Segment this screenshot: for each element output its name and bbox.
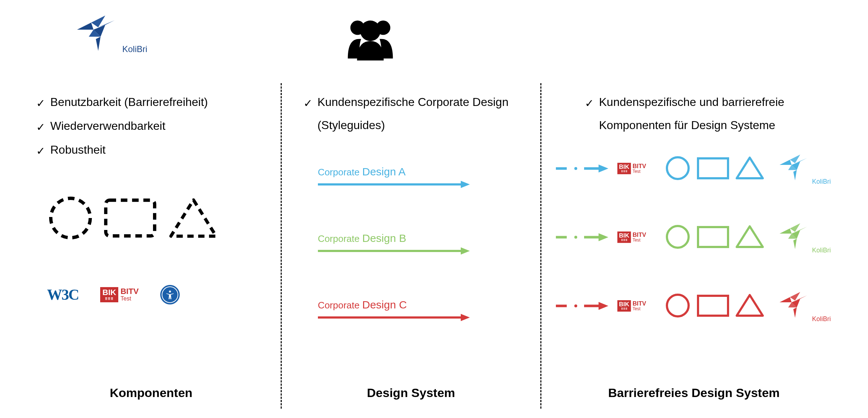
colored-shapes: [664, 292, 765, 319]
column-header: KoliBri: [36, 11, 266, 76]
svg-marker-22: [599, 165, 608, 172]
check-icon: ✓: [36, 114, 45, 138]
kolibri-bird-icon: [776, 289, 810, 323]
svg-marker-51: [737, 295, 763, 316]
bullet-text: Kundenspezifische Corporate Design (Styl…: [318, 90, 526, 137]
circle-icon: [664, 292, 692, 319]
dashed-shapes: [36, 195, 266, 242]
svg-point-12: [360, 21, 380, 41]
dashed-circle-icon: [47, 195, 94, 242]
check-icon: ✓: [36, 138, 45, 162]
column-title: Komponenten: [22, 386, 281, 404]
square-icon: [696, 292, 730, 319]
dash-dot-arrow-icon: [556, 163, 610, 174]
column-header: [556, 11, 832, 76]
bik-bitv-logo: BIK⠿⠿⠿ BITVTest: [617, 231, 647, 243]
result-row: BIK⠿⠿⠿ BITVTest KoliBri: [556, 151, 832, 185]
column-design-system: ✓ Kundenspezifische Corporate Design (St…: [282, 11, 541, 404]
svg-rect-50: [698, 296, 728, 316]
svg-marker-38: [737, 226, 763, 247]
bullet-list: ✓ Kundenspezifische und barrierefreie Ko…: [556, 76, 832, 137]
bik-bitv-logo: BIK ⠿⠿⠿ BITV Test: [100, 287, 139, 302]
kolibri-bird-icon: [776, 151, 810, 185]
column-title: Design System: [282, 386, 541, 404]
svg-point-33: [574, 236, 577, 239]
dashed-square-icon: [101, 195, 159, 242]
kolibri-logo-small: KoliBri: [776, 151, 831, 185]
svg-marker-4: [96, 37, 101, 51]
bitv-test-text: Test: [120, 295, 139, 302]
people-group-icon: [340, 11, 401, 65]
design-prefix: Corporate: [318, 300, 362, 311]
arrow-icon: [318, 180, 470, 189]
design-prefix: Corporate: [318, 233, 362, 244]
design-prefix: Corporate: [318, 167, 362, 178]
bullet-list: ✓ Kundenspezifische Corporate Design (St…: [296, 76, 526, 137]
svg-point-6: [51, 198, 90, 238]
svg-point-49: [667, 295, 689, 316]
design-label: Design C: [362, 299, 407, 311]
kolibri-logo: KoliBri: [72, 11, 147, 58]
design-row-a: Corporate Design A: [318, 166, 526, 189]
bullet-item: ✓ Kundenspezifische Corporate Design (St…: [303, 90, 526, 137]
kolibri-brand-text: KoliBri: [812, 178, 831, 185]
accessibility-icon: [160, 285, 180, 304]
bullet-item: ✓ Benutzbarkeit (Barrierefreiheit): [36, 90, 266, 114]
kolibri-logo-small: KoliBri: [776, 289, 831, 323]
square-icon: [696, 223, 730, 251]
diagram-container: KoliBri ✓ Benutzbarkeit (Barrierefreihei…: [0, 0, 868, 418]
design-row-b: Corporate Design B: [318, 232, 526, 255]
svg-point-20: [574, 167, 577, 170]
square-icon: [696, 155, 730, 182]
column-barrierefrei: ✓ Kundenspezifische und barrierefreie Ko…: [541, 11, 846, 404]
circle-icon: [664, 155, 692, 182]
triangle-icon: [735, 155, 765, 182]
colored-shapes: [664, 223, 765, 251]
bullet-text: Benutzbarkeit (Barrierefreiheit): [50, 90, 208, 114]
design-row-c: Corporate Design C: [318, 299, 526, 322]
result-row: BIK⠿⠿⠿ BITVTest KoliBri: [556, 289, 832, 323]
svg-marker-26: [780, 160, 792, 165]
svg-marker-43: [793, 239, 797, 249]
bullet-text: Robustheit: [50, 138, 106, 161]
check-icon: ✓: [303, 90, 312, 114]
arrow-icon: [318, 247, 470, 255]
design-label: Design B: [362, 232, 406, 244]
svg-rect-24: [698, 158, 728, 178]
column-header: [296, 11, 526, 76]
bik-square: BIK ⠿⠿⠿: [100, 287, 118, 302]
svg-marker-8: [171, 200, 216, 236]
svg-marker-39: [780, 229, 792, 234]
column-title: Barrierefreies Design System: [541, 386, 846, 404]
bullet-text: Kundenspezifische und barrierefreie Komp…: [599, 90, 832, 137]
svg-point-36: [667, 226, 689, 248]
dash-dot-arrow-icon: [556, 232, 610, 243]
svg-rect-37: [698, 227, 728, 247]
svg-point-23: [667, 157, 689, 179]
colored-shapes: [664, 155, 765, 182]
svg-point-46: [574, 304, 577, 307]
kolibri-brand-text: KoliBri: [812, 247, 831, 254]
circle-icon: [664, 223, 692, 251]
svg-marker-18: [461, 314, 470, 321]
bik-bitv-logo: BIK⠿⠿⠿ BITVTest: [617, 300, 647, 312]
triangle-icon: [735, 223, 765, 251]
standards-logos: W3C BIK ⠿⠿⠿ BITV Test: [36, 285, 266, 304]
dash-dot-arrow-icon: [556, 300, 610, 311]
svg-marker-25: [737, 158, 763, 178]
svg-marker-56: [793, 307, 797, 318]
svg-marker-48: [599, 302, 608, 310]
svg-marker-14: [461, 181, 470, 188]
svg-marker-35: [599, 233, 608, 241]
bullet-text: Wiederverwendbarkeit: [50, 114, 165, 137]
corporate-design-list: Corporate Design A Corporate Design B: [296, 166, 526, 322]
bullet-list: ✓ Benutzbarkeit (Barrierefreiheit) ✓ Wie…: [36, 76, 266, 162]
arrow-icon: [318, 313, 470, 322]
design-label: Design A: [362, 166, 405, 178]
svg-marker-30: [793, 170, 797, 180]
kolibri-brand-text: KoliBri: [812, 315, 831, 323]
bullet-item: ✓ Wiederverwendbarkeit: [36, 114, 266, 138]
w3c-logo: W3C: [47, 286, 78, 303]
dashed-triangle-icon: [166, 195, 221, 242]
kolibri-bird-icon: [776, 220, 810, 254]
